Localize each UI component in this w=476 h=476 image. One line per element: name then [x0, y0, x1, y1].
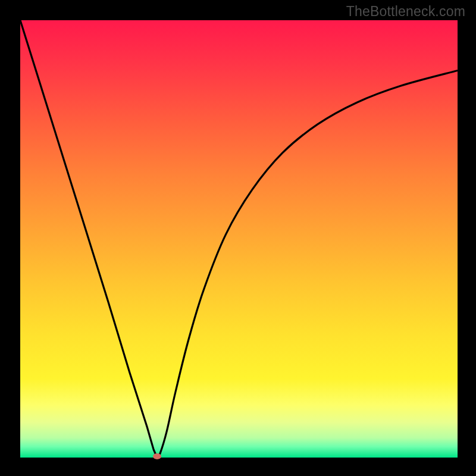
bottleneck-curve [20, 20, 458, 458]
minimum-marker [153, 453, 161, 459]
watermark-text: TheBottleneck.com [346, 4, 465, 20]
chart-frame: TheBottleneck.com [0, 0, 476, 476]
curve-line [20, 20, 458, 458]
plot-area [20, 20, 458, 458]
